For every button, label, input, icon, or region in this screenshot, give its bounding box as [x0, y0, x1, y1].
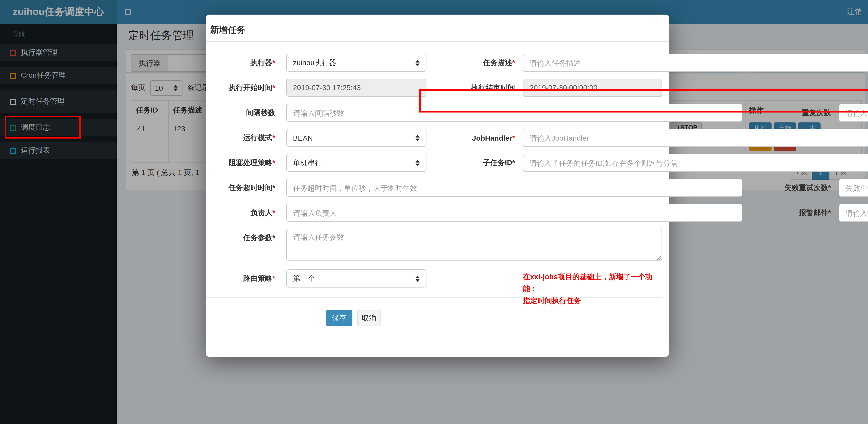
- modal-header: 新增任务: [206, 14, 669, 42]
- form-row-runmode: 运行模式* BEAN JobHandler*: [206, 129, 662, 147]
- retry-label: 失败重试次数*: [758, 183, 831, 192]
- run-mode-select[interactable]: BEAN: [286, 129, 427, 147]
- modal-title: 新增任务: [210, 24, 669, 36]
- select-caret-icon: [415, 275, 420, 282]
- form-row-job-param: 任务参数*: [206, 229, 662, 261]
- start-time-input[interactable]: 2019-07-30 17:25:43: [286, 79, 427, 97]
- form-row-executor: 执行器* zuihou执行器 任务描述*: [206, 54, 662, 72]
- timeout-label: 任务超时时间*: [206, 183, 275, 192]
- job-param-textarea[interactable]: [286, 229, 662, 261]
- end-time-label: 执行结束时间: [443, 83, 515, 93]
- alarm-email-input[interactable]: [839, 204, 868, 222]
- child-job-label: 子任务ID*: [443, 158, 515, 167]
- route-strategy-label: 路由策略*: [206, 274, 275, 283]
- annotation-note: 在xxl-jobs项目的基础上，新增了一个功能： 指定时间执行任务: [523, 271, 662, 307]
- select-caret-icon: [415, 160, 420, 166]
- job-param-label: 任务参数*: [206, 229, 275, 243]
- form-row-owner: 负责人* 报警邮件*: [206, 204, 662, 222]
- form-row-timeout: 任务超时时间* 失败重试次数*: [206, 179, 662, 197]
- owner-input[interactable]: [286, 204, 742, 222]
- owner-label: 负责人*: [206, 208, 275, 218]
- repeat-input[interactable]: [839, 104, 868, 122]
- alarm-email-label: 报警邮件*: [758, 208, 831, 218]
- cancel-button[interactable]: 取消: [357, 310, 380, 326]
- timeout-input[interactable]: [286, 179, 742, 197]
- block-strategy-label: 阻塞处理策略*: [206, 158, 275, 167]
- add-job-modal: 新增任务 执行器* zuihou执行器 任务描述* 执行开始时间* 2019-0…: [206, 14, 669, 357]
- modal-footer: 保存 取消: [206, 310, 662, 326]
- select-caret-icon: [415, 135, 420, 141]
- child-job-input[interactable]: [523, 154, 868, 172]
- start-time-label: 执行开始时间*: [206, 83, 275, 93]
- repeat-label: 重复次数: [758, 108, 831, 118]
- job-desc-input[interactable]: [523, 54, 868, 72]
- save-button[interactable]: 保存: [326, 310, 352, 326]
- select-caret-icon: [415, 60, 420, 66]
- form-row-route-strategy: 路由策略* 第一个 在xxl-jobs项目的基础上，新增了一个功能： 指定时间执…: [206, 269, 662, 288]
- form-row-block-strategy: 阻塞处理策略* 单机串行 子任务ID*: [206, 154, 662, 172]
- route-strategy-select[interactable]: 第一个: [286, 269, 427, 288]
- modal-body: 执行器* zuihou执行器 任务描述* 执行开始时间* 2019-07-30 …: [206, 42, 669, 326]
- executor-select[interactable]: zuihou执行器: [286, 54, 427, 72]
- job-handler-label: JobHandler*: [443, 134, 515, 142]
- form-row-interval: 间隔秒数 重复次数: [206, 104, 662, 122]
- end-time-input[interactable]: 2019-07-30 00:00:00: [523, 79, 662, 97]
- interval-input[interactable]: [286, 104, 742, 122]
- job-handler-input[interactable]: [523, 129, 868, 147]
- app-window: zuihou任务调度中心 注销 导航 执行器管理 Cron任务管理 定时任务管理…: [0, 0, 868, 424]
- job-desc-label: 任务描述*: [443, 58, 515, 67]
- retry-input[interactable]: [839, 179, 868, 197]
- interval-label: 间隔秒数: [206, 108, 275, 118]
- executor-label: 执行器*: [206, 58, 275, 67]
- form-row-time: 执行开始时间* 2019-07-30 17:25:43 执行结束时间 2019-…: [206, 79, 662, 97]
- block-strategy-select[interactable]: 单机串行: [286, 154, 427, 172]
- run-mode-label: 运行模式*: [206, 133, 275, 142]
